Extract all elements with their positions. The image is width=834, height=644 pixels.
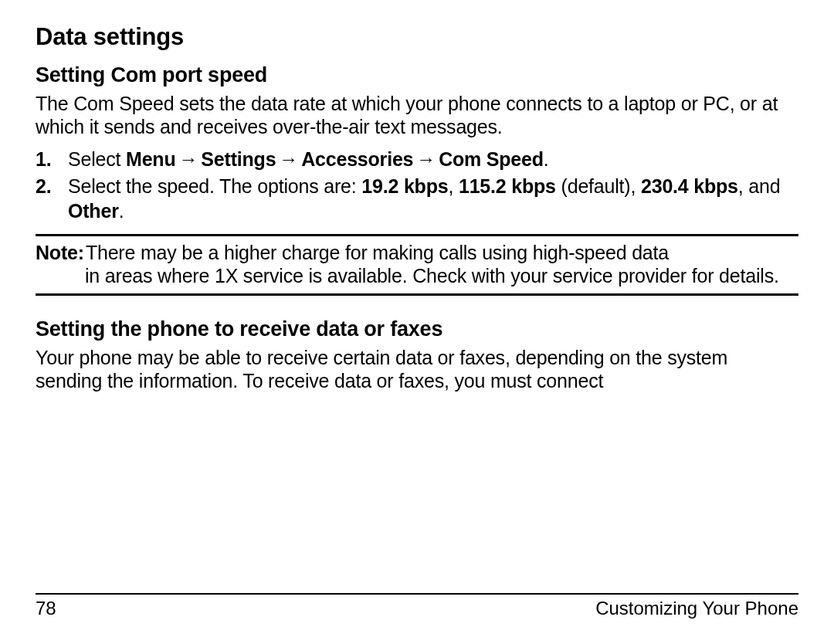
com-speed-steps: 1. Select Menu→Settings→Accessories→Com … xyxy=(36,147,798,223)
arrow-icon: → xyxy=(413,148,439,170)
arrow-icon: → xyxy=(276,148,301,170)
menu-path-com-speed: Com Speed xyxy=(439,148,544,170)
menu-path-settings: Settings xyxy=(201,148,276,170)
page-footer: 78 Customizing Your Phone xyxy=(36,593,798,619)
arrow-icon: → xyxy=(176,148,202,170)
footer-row: 78 Customizing Your Phone xyxy=(36,598,798,619)
note-line1: Note: There may be a higher charge for m… xyxy=(36,241,798,264)
heading-data-settings: Data settings xyxy=(36,23,798,51)
step2-pre: Select the speed. The options are: xyxy=(68,175,361,197)
sep: , xyxy=(448,175,459,197)
menu-path-menu: Menu xyxy=(126,148,175,170)
subheading-com-port-speed: Setting Com port speed xyxy=(36,63,798,87)
step-body: Select Menu→Settings→Accessories→Com Spe… xyxy=(68,147,798,171)
step-number: 1. xyxy=(36,147,68,171)
step1-period: . xyxy=(544,148,549,170)
chapter-name: Customizing Your Phone xyxy=(595,598,798,619)
option-other: Other xyxy=(68,200,119,222)
note-text-1: There may be a higher charge for making … xyxy=(86,241,669,264)
note-label: Note: xyxy=(36,241,84,264)
option-115-2: 115.2 kbps xyxy=(459,175,556,197)
list-item: 2. Select the speed. The options are: 19… xyxy=(36,175,798,223)
option-19-2: 19.2 kbps xyxy=(361,175,448,197)
step2-period: . xyxy=(119,200,124,222)
sep: , and xyxy=(738,175,781,197)
page-number: 78 xyxy=(36,598,56,619)
com-speed-intro: The Com Speed sets the data rate at whic… xyxy=(36,92,798,138)
step1-lead: Select xyxy=(68,148,126,170)
subheading-receive-data-faxes: Setting the phone to receive data or fax… xyxy=(36,317,798,341)
default-note: (default), xyxy=(556,175,641,197)
option-230-4: 230.4 kbps xyxy=(641,175,738,197)
note-line2: in areas where 1X service is available. … xyxy=(85,264,798,287)
step-body: Select the speed. The options are: 19.2 … xyxy=(68,175,798,223)
note-box: Note: There may be a higher charge for m… xyxy=(36,234,798,296)
step-number: 2. xyxy=(36,175,68,223)
footer-rule xyxy=(36,593,798,595)
receive-data-para: Your phone may be able to receive certai… xyxy=(36,346,798,392)
note-text-2: in areas where 1X service is available. … xyxy=(85,264,779,287)
menu-path-accessories: Accessories xyxy=(301,148,413,170)
list-item: 1. Select Menu→Settings→Accessories→Com … xyxy=(36,147,798,171)
